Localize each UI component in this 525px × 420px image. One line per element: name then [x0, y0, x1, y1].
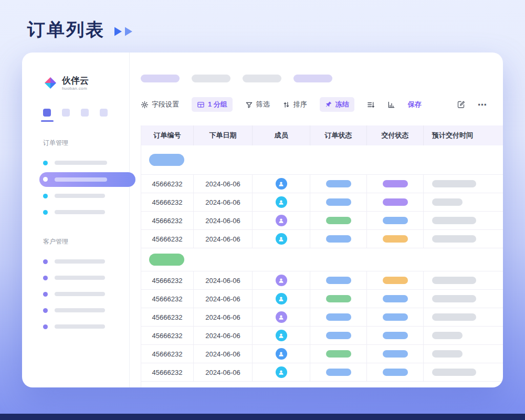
table-row[interactable]: 456662322024-06-06: [141, 308, 503, 327]
logo-diamond-icon: [43, 76, 58, 90]
sidebar-item[interactable]: [43, 204, 129, 220]
order-no-cell: 45666232: [141, 175, 194, 193]
filter-button[interactable]: 筛选: [245, 100, 270, 109]
eta-placeholder: [432, 235, 476, 243]
column-header-5[interactable]: 交付状态: [367, 125, 424, 145]
group-header-row[interactable]: [141, 145, 503, 175]
item-dot-icon: [43, 324, 48, 329]
gear-icon: [141, 101, 149, 109]
order-no-cell: 45666232: [141, 327, 194, 344]
group-grid-icon: [197, 101, 205, 109]
member-avatar-icon: [276, 330, 287, 341]
table-row[interactable]: 456662322024-06-06: [141, 271, 503, 290]
table-row[interactable]: 456662322024-06-06: [141, 327, 503, 345]
view-tab-2[interactable]: [62, 109, 70, 117]
eta-placeholder: [432, 295, 476, 302]
save-button[interactable]: 保存: [408, 100, 422, 109]
view-tab-1[interactable]: [43, 109, 51, 117]
edit-button[interactable]: [457, 100, 465, 109]
group-label-placeholder: [149, 254, 184, 266]
item-label-placeholder: [55, 194, 105, 198]
member-avatar-icon: [276, 215, 287, 226]
order-status-cell: [310, 230, 367, 248]
eta-cell: [424, 327, 503, 344]
sidebar-view-tabs: [43, 109, 129, 122]
more-button[interactable]: ⋯: [478, 99, 487, 110]
sidebar-item[interactable]: [43, 286, 129, 302]
field-settings-button[interactable]: 字段设置: [141, 100, 179, 109]
table-row[interactable]: 456662322024-06-06: [141, 212, 503, 230]
delivery-status-cell: [367, 345, 424, 363]
member-avatar-icon: [276, 366, 287, 378]
item-label-placeholder: [55, 259, 105, 264]
member-cell: [253, 327, 310, 344]
order-status-cell: [310, 290, 367, 308]
order-status-pill: [326, 235, 351, 243]
sidebar-item[interactable]: [43, 155, 129, 171]
logo-text: 伙伴云 huoban.com: [62, 76, 89, 91]
table-row[interactable]: 456662322024-06-06: [141, 230, 503, 248]
delivery-status-pill: [383, 295, 408, 302]
play-icon: [124, 26, 133, 37]
table-row[interactable]: 456662322024-06-06: [141, 363, 503, 382]
placeholder-pill: [243, 75, 281, 82]
view-tab-4[interactable]: [100, 109, 108, 117]
eta-placeholder: [432, 198, 463, 206]
sidebar-item[interactable]: [43, 270, 129, 286]
column-header-1[interactable]: 订单编号: [141, 125, 194, 145]
sidebar-item[interactable]: [43, 188, 129, 204]
app-window: 伙伴云 huoban.com 订单管理客户管理 字段设置: [22, 52, 503, 387]
item-label-placeholder: [55, 177, 107, 182]
sidebar-item-active[interactable]: [39, 172, 135, 187]
order-date-cell: 2024-06-06: [194, 345, 253, 363]
order-status-pill: [326, 217, 351, 224]
eta-cell: [424, 308, 503, 326]
order-status-pill: [326, 369, 351, 376]
order-date-cell: 2024-06-06: [194, 230, 253, 248]
column-header-3[interactable]: 成员: [253, 125, 310, 145]
sidebar-item[interactable]: [43, 302, 129, 319]
column-header-6[interactable]: 预计交付时间: [424, 125, 503, 145]
save-label: 保存: [408, 100, 422, 109]
order-status-pill: [326, 332, 351, 339]
sort-button[interactable]: 排序: [282, 100, 307, 109]
delivery-status-pill: [383, 277, 408, 284]
table-row[interactable]: 456662322024-06-06: [141, 345, 503, 363]
column-header-4[interactable]: 订单状态: [310, 125, 367, 145]
active-tab-underline: [41, 120, 54, 122]
item-label-placeholder: [55, 276, 105, 280]
table-row[interactable]: 456662322024-06-06: [141, 193, 503, 212]
eta-cell: [424, 345, 503, 363]
chart-button[interactable]: [387, 101, 395, 109]
table-row[interactable]: 456662322024-06-06: [141, 175, 503, 193]
item-label-placeholder: [55, 161, 107, 165]
eta-placeholder: [432, 313, 476, 321]
order-status-cell: [310, 308, 367, 326]
row-height-button[interactable]: [367, 101, 375, 109]
order-status-cell: [310, 193, 367, 211]
order-status-pill: [326, 198, 351, 206]
order-no-cell: 45666232: [141, 212, 194, 229]
group-header-row[interactable]: [141, 248, 503, 271]
member-cell: [253, 271, 310, 289]
view-tab-3[interactable]: [81, 109, 89, 117]
order-status-pill: [326, 295, 351, 302]
eta-placeholder: [432, 180, 476, 187]
delivery-status-cell: [367, 212, 424, 229]
member-avatar-icon: [276, 196, 287, 208]
member-cell: [253, 345, 310, 363]
freeze-button[interactable]: 冻结: [320, 97, 354, 112]
table-row[interactable]: 456662322024-06-06: [141, 290, 503, 308]
column-header-2[interactable]: 下单日期: [194, 125, 253, 145]
delivery-status-pill: [383, 313, 408, 321]
order-no-cell: 45666232: [141, 308, 194, 326]
member-avatar-icon: [276, 233, 287, 245]
placeholder-pill: [293, 75, 332, 82]
order-date-cell: 2024-06-06: [194, 271, 253, 289]
sidebar-item[interactable]: [43, 319, 129, 335]
row-height-icon: [367, 101, 375, 109]
eta-placeholder: [432, 217, 476, 224]
sidebar-item[interactable]: [43, 254, 129, 270]
group-button[interactable]: 1 分组: [192, 97, 233, 112]
freeze-label: 冻结: [335, 100, 349, 109]
